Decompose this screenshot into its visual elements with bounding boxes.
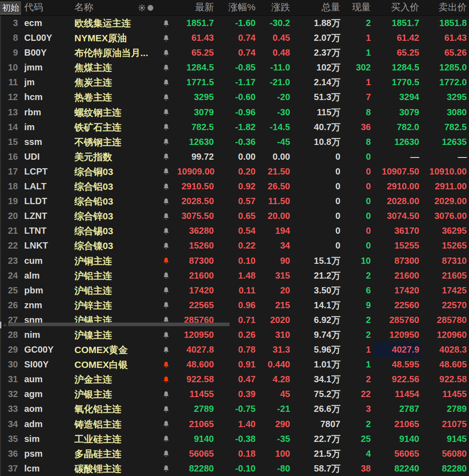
quote-row[interactable]: 14 im 铁矿石主连 782.5 -1.82 -14.5 40.7万 36 7… bbox=[1, 120, 469, 135]
alert-bell-icon[interactable] bbox=[155, 60, 177, 75]
alert-bell-icon[interactable] bbox=[155, 357, 177, 372]
alert-bell-icon[interactable] bbox=[155, 268, 177, 283]
quote-row[interactable]: 10 jmm 焦煤主连 1284.5 -0.85 -11.0 102万 302 … bbox=[1, 60, 469, 75]
alert-bell-icon[interactable] bbox=[155, 446, 177, 461]
last-price: 10909.00 bbox=[177, 164, 216, 179]
contract-name: 综合铝03 bbox=[72, 179, 155, 194]
bid-price: 2787 bbox=[373, 402, 421, 416]
bid-price: 21600 bbox=[373, 268, 421, 283]
quote-row[interactable]: 30 SI00Y COMEX白银 48.600 0.91 0.440 1.01万… bbox=[1, 357, 469, 372]
col-header-ask[interactable]: 卖出价 bbox=[421, 0, 469, 15]
alert-bell-icon[interactable] bbox=[155, 387, 177, 402]
alert-bell-icon[interactable] bbox=[155, 417, 177, 432]
quote-row[interactable]: 36 psm 多晶硅主连 56065 0.18 100 21.5万 4 5606… bbox=[1, 446, 469, 461]
change-value: 20 bbox=[258, 283, 292, 298]
quote-row[interactable]: 22 LNKT 综合镍03 15260 0.22 34 0 0 15255 15… bbox=[1, 238, 469, 253]
tab-initial[interactable]: 初始 bbox=[0, 1, 20, 14]
change-percent: 0.74 bbox=[216, 45, 258, 60]
bid-price: 3079 bbox=[373, 105, 421, 120]
last-price: 9140 bbox=[177, 432, 216, 446]
contract-name: 沪铅主连 bbox=[72, 283, 155, 298]
alert-bell-icon[interactable] bbox=[155, 342, 177, 357]
alert-bell-icon[interactable] bbox=[155, 372, 177, 387]
quote-row[interactable]: 35 sim 工业硅主连 9140 -0.38 -35 22.7万 25 914… bbox=[1, 432, 469, 446]
alert-bell-icon[interactable] bbox=[155, 298, 177, 313]
col-header-pct[interactable]: 涨幅% bbox=[216, 0, 258, 15]
horizontal-scrollbar-thumb[interactable] bbox=[8, 323, 230, 326]
quote-row[interactable]: 8 CL00Y NYMEX原油 61.43 0.74 0.45 2.07万 1 … bbox=[1, 31, 469, 45]
current-volume: 1 bbox=[343, 342, 373, 357]
quote-row[interactable]: 18 LALT 综合铝03 2910.50 0.92 26.50 0 0 291… bbox=[1, 179, 469, 194]
alert-bell-icon[interactable] bbox=[155, 238, 177, 253]
col-header-change[interactable]: 涨跌 bbox=[258, 0, 292, 15]
quote-row[interactable]: 29 GC00Y COMEX黄金 4027.8 0.78 31.3 5.96万 … bbox=[1, 342, 469, 357]
bid-price: 15255 bbox=[373, 238, 421, 253]
quote-row[interactable]: 26 znm 沪锌主连 22565 0.96 215 14.1万 9 22560… bbox=[1, 298, 469, 313]
alert-bell-icon[interactable] bbox=[155, 461, 177, 476]
current-volume: 2 bbox=[343, 328, 373, 342]
change-value: 21.50 bbox=[258, 164, 292, 179]
bid-price: 12630 bbox=[373, 135, 421, 149]
quote-row[interactable]: 13 rbm 螺纹钢主连 3079 -0.96 -30 115万 8 3079 … bbox=[1, 105, 469, 120]
quote-row[interactable]: 21 LTNT 综合锡03 36280 0.54 194 0 0 36170 3… bbox=[1, 223, 469, 238]
quote-row[interactable]: 3 ecm 欧线集运主连 1851.7 -1.60 -30.2 1.88万 2 … bbox=[1, 16, 469, 31]
ask-price: 36295 bbox=[421, 223, 469, 238]
contract-code: im bbox=[20, 120, 72, 135]
quote-row[interactable]: 23 cum 沪铜主连 87300 0.10 90 15.1万 10 87300… bbox=[1, 253, 469, 268]
col-header-current-volume[interactable]: 现量 bbox=[343, 0, 373, 15]
quote-row[interactable]: 31 aum 沪金主连 922.58 0.47 4.28 34.1万 2 922… bbox=[1, 372, 469, 387]
alert-bell-icon[interactable] bbox=[155, 164, 177, 179]
quote-row[interactable]: 25 pbm 沪铅主连 17420 0.11 20 3.50万 6 17420 … bbox=[1, 283, 469, 298]
alert-bell-icon[interactable] bbox=[155, 223, 177, 238]
alert-bell-icon[interactable] bbox=[155, 120, 177, 135]
change-value: 0.45 bbox=[258, 31, 292, 45]
change-percent: -0.85 bbox=[216, 60, 258, 75]
quote-row[interactable]: 15 ssm 不锈钢主连 12630 -0.36 -45 10.8万 8 126… bbox=[1, 135, 469, 149]
alert-bell-icon[interactable] bbox=[155, 135, 177, 149]
row-number: 8 bbox=[1, 31, 20, 45]
alert-bell-icon[interactable] bbox=[155, 328, 177, 342]
quote-row[interactable]: 9 B00Y 布伦特原油当月... 65.25 0.74 0.48 2.37万 … bbox=[1, 45, 469, 60]
alert-bell-icon[interactable] bbox=[155, 16, 177, 31]
alert-bell-icon[interactable] bbox=[155, 90, 177, 105]
quote-row[interactable]: 32 agm 沪银主连 11455 0.39 45 75.2万 22 11454… bbox=[1, 387, 469, 402]
alert-bell-icon[interactable] bbox=[155, 31, 177, 45]
alert-bell-icon[interactable] bbox=[155, 432, 177, 446]
contract-code: lcm bbox=[20, 461, 72, 476]
alert-bell-icon[interactable] bbox=[155, 402, 177, 416]
col-header-name[interactable]: 名称 bbox=[72, 0, 155, 15]
quote-row[interactable]: 19 LLDT 综合铅03 2028.50 0.57 11.50 0 0 202… bbox=[1, 194, 469, 209]
quote-row[interactable]: 16 UDI 美元指数 99.72 0.00 0.00 0 0 — — bbox=[1, 149, 469, 164]
col-header-bid[interactable]: 买入价 bbox=[373, 0, 421, 15]
alert-bell-icon[interactable] bbox=[155, 209, 177, 223]
alert-bell-icon[interactable] bbox=[155, 283, 177, 298]
quote-row[interactable]: 17 LCPT 综合铜03 10909.00 0.20 21.50 0 0 10… bbox=[1, 164, 469, 179]
col-header-code[interactable]: 代码 bbox=[20, 0, 72, 15]
col-header-alert bbox=[155, 0, 177, 15]
contract-code: ecm bbox=[20, 16, 72, 31]
col-header-last[interactable]: 最新 bbox=[177, 0, 216, 15]
change-percent: 0.74 bbox=[216, 31, 258, 45]
col-header-volume[interactable]: 总量 bbox=[292, 0, 343, 15]
quote-row[interactable]: 28 nim 沪镍主连 120950 0.26 310 9.74万 2 1209… bbox=[1, 328, 469, 342]
quote-row[interactable]: 11 jm 焦炭主连 1771.5 -1.17 -21.0 2.14万 1 17… bbox=[1, 75, 469, 90]
quote-row[interactable]: 24 alm 沪铝主连 21600 1.48 315 21.2万 2 21600… bbox=[1, 268, 469, 283]
quote-row[interactable]: 12 hcm 热卷主连 3295 -0.60 -20 51.3万 7 3294 … bbox=[1, 90, 469, 105]
alert-bell-icon[interactable] bbox=[155, 45, 177, 60]
row-number: 37 bbox=[1, 461, 20, 476]
alert-bell-icon[interactable] bbox=[155, 179, 177, 194]
alert-bell-icon[interactable] bbox=[155, 149, 177, 164]
alert-bell-icon[interactable] bbox=[155, 253, 177, 268]
quote-row[interactable]: 34 adm 铸造铝主连 21065 1.40 290 7807 2 21065… bbox=[1, 417, 469, 432]
quote-row[interactable]: 37 lcm 碳酸锂主连 82280 -0.10 -80 58.7万 38 82… bbox=[1, 461, 469, 476]
alert-bell-icon[interactable] bbox=[155, 75, 177, 90]
contract-code: sim bbox=[20, 432, 72, 446]
total-volume: 0 bbox=[292, 179, 343, 194]
change-percent: 0.91 bbox=[216, 357, 258, 372]
quote-row[interactable]: 20 LZNT 综合锌03 3075.50 0.65 20.00 0 0 307… bbox=[1, 209, 469, 223]
alert-bell-icon[interactable] bbox=[155, 194, 177, 209]
alert-bell-icon[interactable] bbox=[155, 105, 177, 120]
quote-row[interactable]: 33 aom 氧化铝主连 2789 -0.75 -21 26.6万 3 2787… bbox=[1, 402, 469, 416]
change-value: 0.48 bbox=[258, 45, 292, 60]
current-volume: 3 bbox=[343, 402, 373, 416]
